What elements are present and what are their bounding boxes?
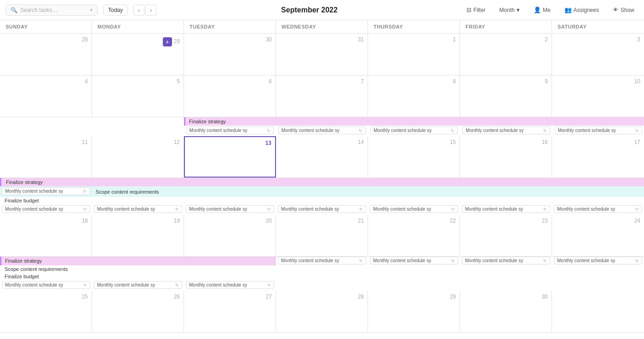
day-cell-15[interactable]: 15 [368, 136, 460, 178]
date-num: 21 [278, 217, 366, 225]
day-cell-9[interactable]: 9 [460, 75, 552, 117]
task-pill[interactable]: Monthly content schedule sy ↻ [370, 257, 458, 264]
task-label: Monthly content schedule sy [281, 258, 339, 263]
task-label: Monthly content schedule sy [97, 207, 155, 212]
day-cell-30b[interactable]: 30 [460, 291, 552, 332]
filter-button[interactable]: ⊟ Filter [462, 4, 490, 16]
show-button[interactable]: 👁 Show [609, 4, 638, 16]
sync-icon: ↻ [543, 207, 547, 212]
month-button[interactable]: Month ▾ [495, 4, 524, 16]
task-label: Monthly content schedule sy [466, 128, 523, 133]
day-cell-16[interactable]: 16 [460, 136, 552, 178]
task-pill[interactable]: Monthly content schedule sy ↻ [278, 257, 366, 264]
pill-col-fri: Monthly content schedule sy ↻ [460, 126, 552, 135]
day-cell-23[interactable]: 23 [460, 215, 552, 256]
day-cell-25[interactable]: 25 [0, 291, 92, 332]
task-pill[interactable]: Monthly content schedule sy ↻ [555, 126, 642, 134]
task-label: Monthly content schedule sy [189, 282, 247, 287]
day-cell-3[interactable]: 3 [552, 34, 644, 75]
task-pill[interactable]: Monthly content schedule sy ↻ [462, 257, 550, 264]
task-pill[interactable]: Monthly content schedule sy ↻ [186, 281, 274, 289]
finalize-strategy-full[interactable]: Finalize strategy [0, 178, 644, 186]
sync-icon: ↻ [267, 283, 271, 287]
day-cell-17[interactable]: 17 [552, 136, 644, 178]
date-num: + 29 [94, 35, 182, 47]
day-cell-12[interactable]: 12 [92, 136, 184, 178]
eye-icon: 👁 [613, 6, 619, 13]
task-pill[interactable]: Monthly content schedule sy ↻ [2, 205, 90, 213]
add-task-button[interactable]: + [163, 37, 172, 46]
finalize-strategy-event[interactable]: Finalize strategy [184, 117, 644, 126]
task-label: Monthly content schedule sy [97, 282, 155, 287]
task-pill[interactable]: Monthly content schedule sy ↻ [554, 257, 642, 264]
day-cell-10[interactable]: 10 [552, 75, 644, 117]
search-input[interactable]: Search tasks… [20, 7, 58, 13]
task-pill[interactable]: Monthly content schedule sy ↻ [370, 126, 458, 134]
day-cell-29[interactable]: + 29 [92, 34, 184, 75]
search-bar[interactable]: 🔍 Search tasks… ▾ [6, 5, 98, 16]
day-cell-19[interactable]: 19 [92, 215, 184, 256]
day-cell-26[interactable]: 26 [92, 291, 184, 332]
task-pill[interactable]: Monthly content schedule sy ↻ [370, 205, 458, 213]
day-cell-20[interactable]: 20 [184, 215, 276, 256]
date-num: 23 [462, 217, 550, 225]
day-header-thursday: Thursday [368, 20, 460, 33]
me-button[interactable]: 👤 Me [529, 4, 555, 16]
task-pill[interactable]: Monthly content schedule sy ↻ [186, 205, 274, 213]
prev-month-button[interactable]: ‹ [133, 5, 144, 16]
day-cell-28[interactable]: 28 [0, 34, 92, 75]
assignees-button[interactable]: 👥 Assignees [560, 4, 603, 16]
day-cell-7[interactable]: 7 [276, 75, 368, 117]
day-cell-24[interactable]: 24 [552, 215, 644, 256]
empty-pill [276, 281, 368, 290]
task-label: Monthly content schedule sy [558, 128, 616, 133]
finalize-budget-text-2: Finalize budget [0, 273, 644, 280]
month-title: September 2022 [162, 6, 457, 14]
date-num: 29 [370, 293, 458, 301]
task-pill[interactable]: Monthly content schedule sy ↻ [278, 126, 366, 134]
task-pill[interactable]: Monthly content schedule sy ↻ [94, 281, 182, 289]
task-pill[interactable]: Monthly content schedule sy ↻ [462, 126, 550, 134]
day-cell-2[interactable]: 2 [460, 34, 552, 75]
day-cell-11[interactable]: 11 [0, 136, 92, 178]
day-cell-4[interactable]: 4 [0, 75, 92, 117]
week4-pills-row: Monthly content schedule sy ↻ Monthly co… [0, 204, 644, 215]
day-cell-30[interactable]: 30 [184, 34, 276, 75]
day-cell-29b[interactable]: 29 [368, 291, 460, 332]
day-cell-5[interactable]: 5 [92, 75, 184, 117]
task-pill[interactable]: Monthly content schedule sy ↻ [278, 205, 366, 213]
day-cell-14[interactable]: 14 [276, 136, 368, 178]
day-cell-1[interactable]: 1 [368, 34, 460, 75]
date-num: 18 [2, 217, 90, 225]
finalize-strategy-banner-row: Finalize strategy [0, 117, 644, 126]
task-pill[interactable]: Monthly content schedule sy ↻ [186, 126, 274, 134]
today-button[interactable]: Today [103, 5, 128, 16]
task-label: Monthly content schedule sy [190, 128, 247, 133]
day-cell-28b[interactable]: 28 [276, 291, 368, 332]
date-num: 4 [2, 77, 90, 86]
date-num: 22 [370, 217, 458, 225]
finalize-strategy-partial[interactable]: Finalize strategy [0, 257, 276, 265]
date-num: 7 [278, 77, 366, 86]
day-cell-22[interactable]: 22 [368, 215, 460, 256]
pill-col-sat: Monthly content schedule sy ↻ [553, 126, 644, 135]
task-label: Monthly content schedule sy [374, 128, 431, 133]
task-pill[interactable]: Monthly content schedule sy ↻ [554, 205, 642, 213]
day-cell-8[interactable]: 8 [368, 75, 460, 117]
day-cell-6[interactable]: 6 [184, 75, 276, 117]
task-pill[interactable]: Monthly content schedule sy ↻ [2, 187, 90, 195]
day-cell-27[interactable]: 27 [184, 291, 276, 332]
app-header: 🔍 Search tasks… ▾ Today ‹ › September 20… [0, 0, 644, 20]
next-month-button[interactable]: › [145, 5, 156, 16]
task-pill[interactable]: Monthly content schedule sy ↻ [94, 205, 182, 213]
day-cell-18[interactable]: 18 [0, 215, 92, 256]
day-cell-31[interactable]: 31 [276, 34, 368, 75]
day-cell-13[interactable]: 13 [184, 136, 276, 178]
day-cell-21[interactable]: 21 [276, 215, 368, 256]
task-pill[interactable]: Monthly content schedule sy ↻ [462, 205, 550, 213]
pill-col-tue: Monthly content schedule sy ↻ [184, 126, 276, 135]
search-icon: 🔍 [11, 7, 17, 13]
task-pill[interactable]: Monthly content schedule sy ↻ [2, 281, 90, 289]
week-row-3: Finalize strategy Monthly content schedu… [0, 117, 644, 178]
task-label: Monthly content schedule sy [5, 189, 63, 194]
